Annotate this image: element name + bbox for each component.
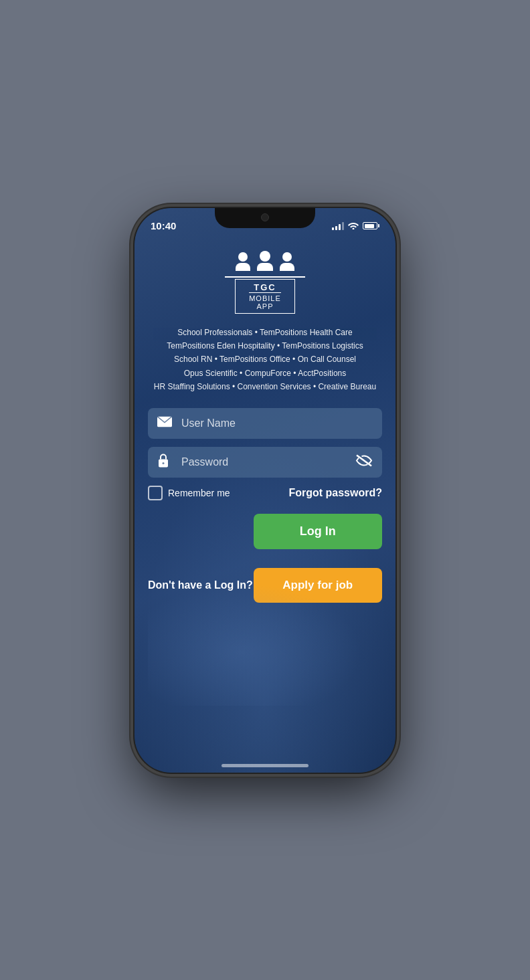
username-group	[148, 408, 382, 439]
status-icons	[332, 221, 379, 231]
remember-me-checkbox[interactable]	[148, 486, 163, 500]
services-line3: School RN • TemPositions Office • On Cal…	[154, 353, 376, 366]
logo-section: TGC Mobile App	[225, 251, 305, 314]
services-line4: Opus Scientific • CompuForce • AcctPosit…	[154, 367, 376, 380]
remember-me-label: Remember me	[168, 488, 230, 498]
svg-point-2	[163, 462, 165, 464]
services-line1: School Professionals • TemPositions Heal…	[154, 326, 376, 339]
person-center	[257, 251, 273, 271]
services-text: School Professionals • TemPositions Heal…	[154, 326, 376, 394]
logo-bar-top	[225, 276, 305, 278]
no-login-row: Don't have a Log In? Apply for job	[148, 568, 382, 603]
password-wrapper	[148, 447, 382, 478]
logo-mobile: Mobile App	[249, 292, 281, 310]
apply-for-job-button[interactable]: Apply for job	[254, 568, 383, 603]
phone-screen: 10:40	[135, 208, 395, 773]
services-line2: TemPositions Eden Hospitality • TemPosit…	[154, 339, 376, 353]
person-right	[280, 252, 294, 271]
password-group	[148, 447, 382, 478]
logo-text-box: TGC Mobile App	[235, 279, 295, 314]
no-login-text: Don't have a Log In?	[148, 579, 253, 591]
phone-frame: 10:40	[135, 208, 395, 773]
home-indicator	[222, 764, 308, 767]
lock-icon	[157, 454, 169, 472]
envelope-icon	[157, 417, 172, 431]
battery-icon	[363, 222, 379, 229]
login-button[interactable]: Log In	[254, 514, 383, 549]
services-line5: HR Staffing Solutions • Convention Servi…	[154, 380, 376, 393]
wifi-icon	[348, 221, 359, 231]
signal-icon	[332, 222, 344, 230]
username-input[interactable]	[148, 408, 382, 439]
eye-hidden-icon[interactable]	[355, 454, 373, 471]
forgot-password-link[interactable]: Forgot password?	[288, 487, 382, 499]
password-input[interactable]	[148, 447, 382, 478]
main-content: TGC Mobile App School Professionals • Te…	[135, 237, 395, 773]
remember-left: Remember me	[148, 486, 230, 500]
logo-tgc: TGC	[249, 282, 281, 292]
notch	[215, 208, 315, 228]
username-wrapper	[148, 408, 382, 439]
tgc-logo-icon	[236, 251, 294, 271]
person-left	[236, 252, 250, 271]
remember-row: Remember me Forgot password?	[148, 486, 382, 500]
front-camera	[261, 213, 269, 221]
status-time: 10:40	[151, 220, 176, 231]
